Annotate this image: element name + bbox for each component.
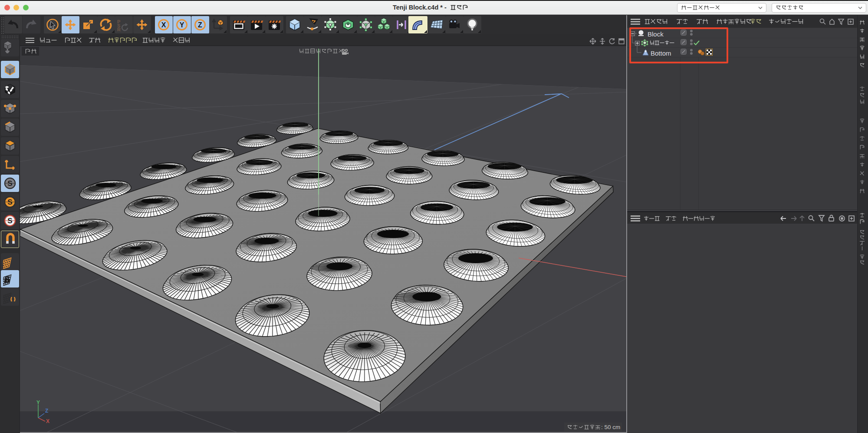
svg-text:Z: Z	[45, 408, 48, 414]
svg-text:Y: Y	[36, 400, 40, 406]
svg-text:S: S	[7, 179, 12, 188]
svg-text:X: X	[46, 418, 49, 424]
svg-text:S: S	[7, 198, 12, 206]
svg-text:Y: Y	[180, 21, 184, 29]
svg-text:S: S	[7, 217, 12, 225]
svg-text:Z: Z	[198, 21, 202, 29]
svg-text:R: R	[117, 27, 121, 32]
svg-text:X: X	[161, 21, 166, 29]
